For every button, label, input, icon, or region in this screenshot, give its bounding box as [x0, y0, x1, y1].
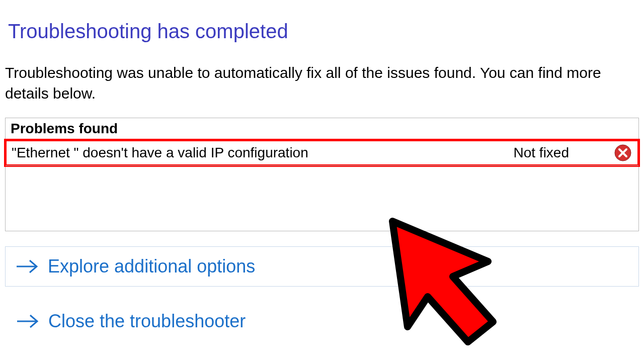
- page-title: Troubleshooting has completed: [8, 20, 639, 43]
- error-x-icon: [614, 144, 631, 161]
- problem-status: Not fixed: [504, 145, 615, 161]
- option-label: Explore additional options: [48, 256, 255, 277]
- problems-header: Problems found: [6, 118, 638, 140]
- problem-description: "Ethernet " doesn't have a valid IP conf…: [12, 145, 504, 161]
- problem-row[interactable]: "Ethernet " doesn't have a valid IP conf…: [4, 139, 640, 167]
- explore-additional-options-button[interactable]: Explore additional options: [5, 246, 639, 287]
- arrow-right-icon: [16, 259, 39, 274]
- option-label: Close the troubleshooter: [48, 311, 246, 332]
- problems-box: Problems found "Ethernet " doesn't have …: [5, 118, 639, 231]
- arrow-right-icon: [16, 314, 39, 329]
- problems-empty-area: [6, 165, 638, 231]
- result-description: Troubleshooting was unable to automatica…: [5, 63, 636, 104]
- close-troubleshooter-button[interactable]: Close the troubleshooter: [5, 302, 639, 341]
